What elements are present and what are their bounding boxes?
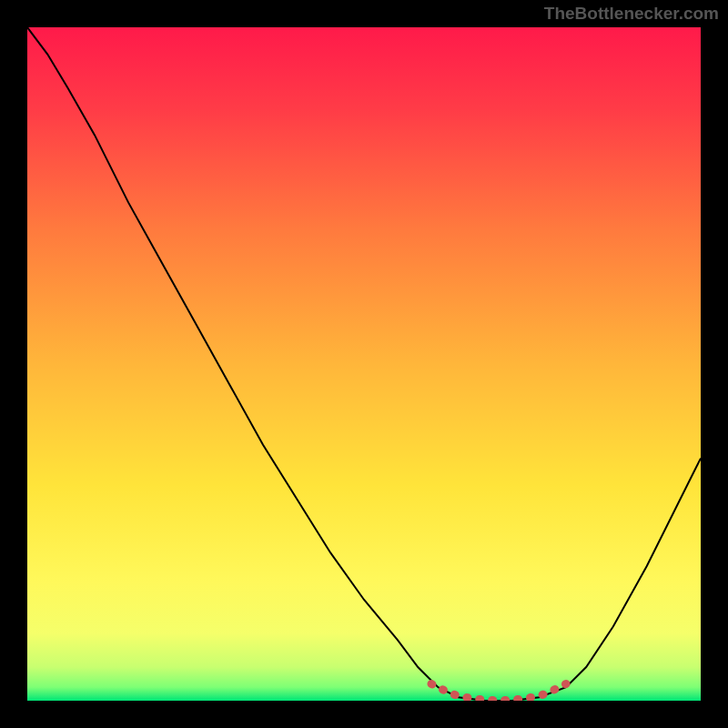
watermark-text: TheBottlenecker.com — [544, 4, 719, 24]
plot-area — [27, 27, 701, 701]
chart-container: TheBottlenecker.com — [0, 0, 728, 728]
chart-svg — [27, 27, 701, 701]
